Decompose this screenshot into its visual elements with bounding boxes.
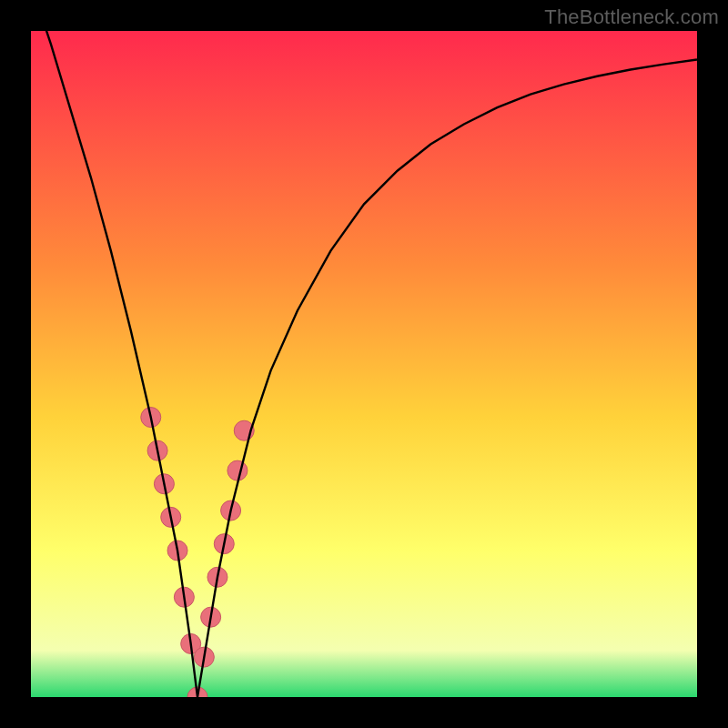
plot-area — [31, 31, 697, 697]
outer-frame: TheBottleneck.com — [0, 0, 728, 728]
curve-marker — [228, 460, 248, 480]
chart-svg — [31, 31, 697, 697]
watermark-text: TheBottleneck.com — [544, 5, 719, 29]
gradient-background — [31, 31, 697, 697]
